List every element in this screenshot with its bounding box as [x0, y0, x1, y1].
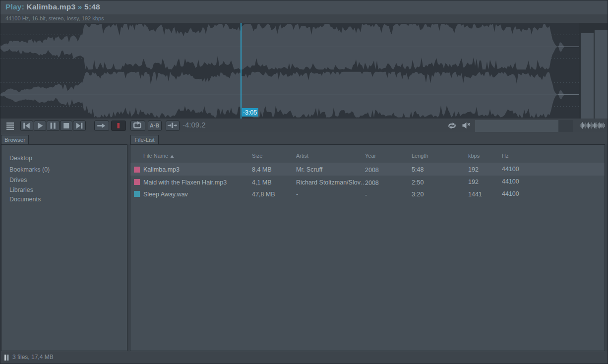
svg-text:-3:05: -3:05 — [243, 109, 257, 116]
